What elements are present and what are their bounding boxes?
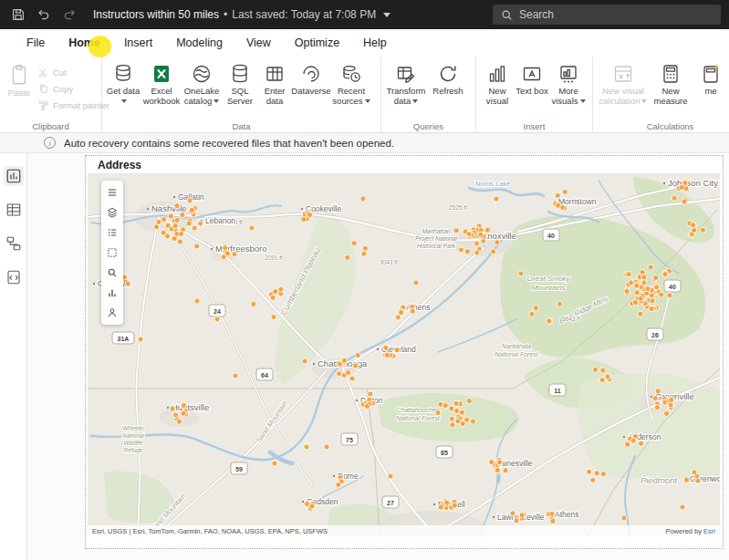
svg-text:40: 40 — [547, 233, 555, 239]
map-canvas[interactable]: Cumberland PlateauSand MountainSand Moun… — [88, 173, 720, 536]
map-menu-button[interactable] — [104, 184, 120, 201]
map-selection-button[interactable] — [104, 244, 120, 261]
cut-button: Cut — [37, 66, 109, 79]
group-label-data: Data — [102, 121, 380, 131]
view-sidebar — [0, 153, 27, 560]
new-visual-calculation-button: New visual calculation — [596, 60, 651, 106]
svg-text:Athens: Athens — [555, 510, 578, 519]
search-input[interactable]: Search — [493, 5, 721, 25]
report-view-button[interactable] — [4, 166, 24, 186]
paste-button: Paste — [3, 60, 36, 99]
more-visuals-button[interactable]: More visuals — [548, 60, 588, 106]
svg-text:Norris Lake: Norris Lake — [475, 180, 510, 188]
svg-text:2525 ft: 2525 ft — [449, 204, 467, 211]
map-locate-button[interactable] — [104, 305, 120, 321]
recent-sources-icon — [340, 63, 362, 85]
bar-chart-icon — [107, 287, 118, 298]
map-search-button[interactable] — [104, 264, 120, 281]
save-icon[interactable] — [7, 4, 29, 26]
attribution-text: Esri, USGS | Esri, TomTom, Garmin, FAO, … — [92, 527, 328, 535]
layers-icon — [107, 207, 118, 218]
onelake-icon — [191, 63, 213, 85]
ribbon-group-calculations: New visual calculation New measure me Ca… — [593, 57, 729, 133]
enter-data-button[interactable]: Enter data — [258, 60, 291, 106]
refresh-button[interactable]: Refresh — [428, 60, 468, 97]
copy-icon — [37, 83, 49, 95]
transform-data-button[interactable]: Transform data — [384, 60, 428, 106]
chevron-down-icon — [383, 13, 391, 17]
new-visual-icon — [486, 63, 508, 85]
new-visual-calculation-icon — [612, 63, 634, 85]
ribbon-group-clipboard: Paste Cut Copy Format painter Clipboard — [0, 57, 102, 133]
menu-insert[interactable]: Insert — [112, 30, 164, 56]
svg-text:Great SmokyMountains: Great SmokyMountains — [527, 275, 571, 292]
chevron-down-icon — [213, 99, 219, 103]
excel-workbook-button[interactable]: Excel workbook — [141, 60, 182, 106]
dax-query-view-button[interactable] — [4, 267, 24, 287]
person-icon — [107, 307, 118, 318]
sql-server-icon — [229, 63, 251, 85]
chevron-down-icon — [580, 99, 586, 103]
new-measure-icon — [660, 63, 682, 85]
redo-icon — [58, 4, 80, 26]
map-charts-button[interactable] — [104, 285, 120, 301]
menu-modeling[interactable]: Modeling — [164, 30, 234, 56]
search-placeholder: Search — [519, 8, 554, 21]
svg-text:31A: 31A — [118, 336, 130, 342]
powered-by-esri[interactable]: Powered by Esri — [665, 527, 715, 535]
svg-text:27: 27 — [387, 500, 394, 506]
map-container[interactable]: Cumberland PlateauSand MountainSand Moun… — [88, 173, 720, 536]
get-data-icon — [112, 63, 134, 85]
svg-text:26: 26 — [651, 332, 659, 338]
dataverse-button[interactable]: Dataverse — [291, 60, 331, 97]
svg-text:11: 11 — [554, 388, 561, 394]
chevron-down-icon — [121, 99, 127, 103]
format-painter-button: Format painter — [37, 99, 109, 112]
svg-text:6643 ft: 6643 ft — [562, 316, 580, 322]
model-view-button[interactable] — [4, 233, 24, 254]
map-layers-button[interactable] — [104, 204, 120, 221]
notification-bar: i Auto recovery contains some recovered … — [0, 133, 729, 153]
menu-file[interactable]: File — [15, 30, 57, 56]
document-title[interactable]: Instructors within 50 miles • Last saved… — [93, 8, 391, 21]
menu-bar: File Home Insert Modeling View Optimize … — [0, 29, 729, 57]
svg-text:85: 85 — [441, 450, 448, 456]
chevron-down-icon — [365, 99, 370, 103]
map-attribution: Esri, USGS | Esri, TomTom, Garmin, FAO, … — [88, 525, 720, 536]
new-measure-button[interactable]: New measure — [651, 60, 691, 106]
model-view-icon — [5, 235, 22, 252]
ribbon-group-insert: New visual Text box More visuals Insert — [476, 57, 593, 133]
menu-help[interactable]: Help — [351, 30, 399, 56]
report-canvas[interactable]: Address Cumberland PlateauSand MountainS… — [27, 153, 729, 560]
recent-sources-button[interactable]: Recent sources — [331, 60, 371, 106]
refresh-icon — [437, 63, 459, 85]
dataverse-icon — [300, 63, 322, 85]
format-painter-icon — [37, 99, 49, 111]
onelake-catalog-button[interactable]: OneLake catalog — [182, 60, 222, 106]
ribbon-group-queries: Transform data Refresh Queries — [381, 57, 476, 133]
notification-text: Auto recovery contains some recovered fi… — [64, 138, 394, 149]
svg-text:Lebanon: Lebanon — [205, 216, 235, 225]
get-data-button[interactable]: Get data — [105, 60, 141, 106]
new-visual-button[interactable]: New visual — [479, 60, 516, 106]
svg-text:WheelerNationalWildlifeRefuge: WheelerNationalWildlifeRefuge — [122, 425, 145, 454]
menu-home[interactable]: Home — [57, 30, 112, 56]
svg-text:Johnson City: Johnson City — [668, 178, 718, 188]
map-visual[interactable]: Address Cumberland PlateauSand MountainS… — [85, 155, 724, 549]
undo-icon[interactable] — [33, 4, 55, 26]
svg-text:ChattahoocheeNational Forest: ChattahoocheeNational Forest — [396, 407, 441, 421]
cut-icon — [37, 67, 49, 78]
table-view-button[interactable] — [4, 200, 24, 220]
text-box-icon — [521, 63, 543, 85]
cropped-ribbon-button[interactable]: me — [691, 60, 729, 97]
menu-view[interactable]: View — [234, 30, 283, 56]
enter-data-icon — [264, 63, 286, 85]
menu-optimize[interactable]: Optimize — [283, 30, 351, 56]
document-name: Instructors within 50 miles — [93, 8, 219, 21]
map-legend-button[interactable] — [104, 224, 120, 241]
table-view-icon — [5, 202, 22, 218]
svg-text:Greenville: Greenville — [655, 391, 694, 401]
sql-server-button[interactable]: SQL Server — [222, 60, 258, 106]
selection-box-icon — [107, 247, 118, 258]
text-box-button[interactable]: Text box — [516, 60, 548, 97]
